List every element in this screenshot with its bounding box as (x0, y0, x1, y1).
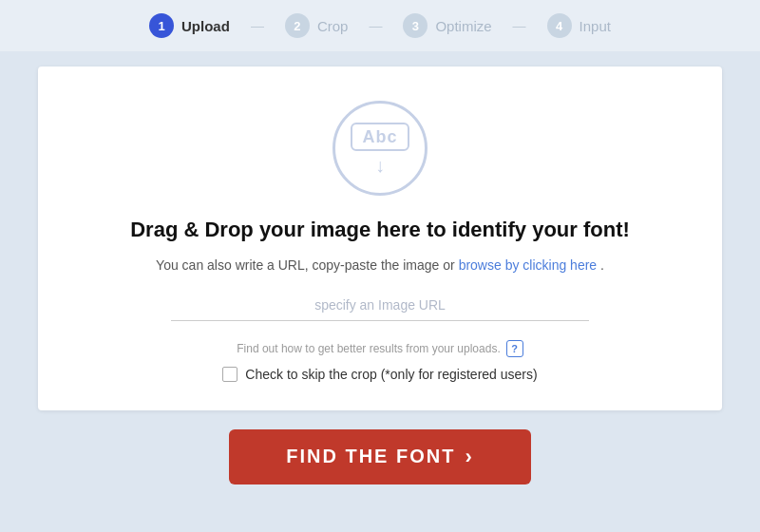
step-label-crop: Crop (317, 18, 349, 34)
step-number-4: 4 (547, 13, 572, 38)
skip-crop-row: Check to skip the crop (*only for regist… (222, 367, 537, 382)
steps-bar: 1 Upload — 2 Crop — 3 Optimize — 4 Input (0, 0, 760, 51)
step-crop[interactable]: 2 Crop (268, 13, 366, 38)
browse-link[interactable]: browse by clicking here (459, 257, 598, 273)
skip-crop-checkbox[interactable] (222, 367, 238, 382)
hint-icon[interactable]: ? (506, 340, 523, 357)
step-input[interactable]: 4 Input (530, 13, 628, 38)
drag-drop-title: Drag & Drop your image here to identify … (130, 217, 630, 244)
or-text-after: . (600, 257, 604, 273)
step-label-upload: Upload (181, 18, 230, 34)
find-font-button-arrow: › (465, 445, 473, 469)
step-label-input: Input (580, 18, 611, 34)
hint-row: Find out how to get better results from … (237, 340, 522, 357)
step-sep-1: — (247, 18, 268, 33)
step-sep-2: — (365, 18, 386, 33)
url-input[interactable] (171, 290, 589, 321)
step-number-1: 1 (149, 13, 174, 38)
find-font-button-label: FIND THE FONT (286, 446, 455, 467)
step-number-3: 3 (403, 13, 428, 38)
step-upload[interactable]: 1 Upload (132, 13, 247, 38)
hint-text: Find out how to get better results from … (237, 342, 500, 355)
down-arrow-icon: ↓ (375, 156, 385, 175)
upload-card: Abc ↓ Drag & Drop your image here to ide… (38, 66, 722, 410)
skip-crop-label: Check to skip the crop (*only for regist… (245, 367, 537, 382)
step-number-2: 2 (285, 13, 310, 38)
step-sep-3: — (509, 18, 530, 33)
or-text-before: You can also write a URL, copy-paste the… (156, 257, 455, 273)
step-optimize[interactable]: 3 Optimize (386, 13, 508, 38)
find-font-button[interactable]: FIND THE FONT › (229, 429, 531, 484)
abc-icon: Abc (351, 123, 408, 151)
or-text: You can also write a URL, copy-paste the… (156, 257, 604, 273)
upload-icon-wrapper: Abc ↓ (332, 101, 428, 196)
hint-icon-label: ? (511, 343, 518, 354)
bottom-area: FIND THE FONT › (0, 410, 760, 494)
step-label-optimize: Optimize (435, 18, 491, 34)
upload-icon-inner: Abc ↓ (351, 123, 408, 175)
